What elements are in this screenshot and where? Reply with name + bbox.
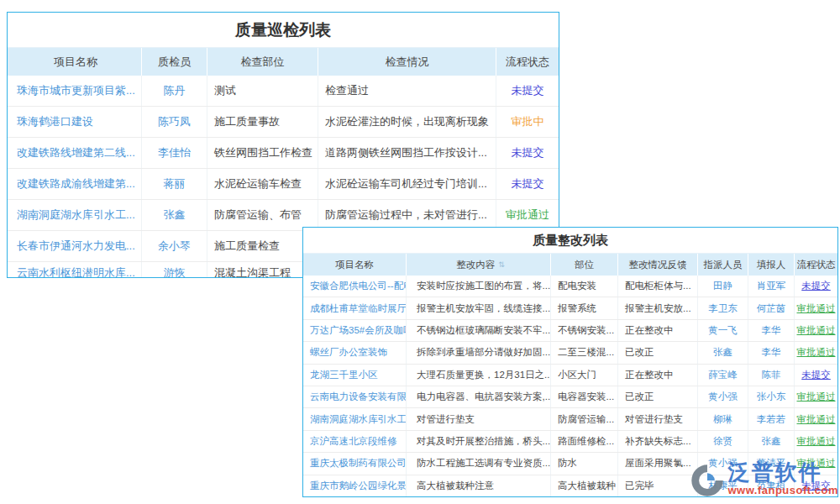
cell-reporter[interactable]: 范聿桓 <box>748 475 795 496</box>
cell-project[interactable]: 湖南洞庭湖水库引水工程施工标 <box>303 408 407 429</box>
cell-part: 路面维修检... <box>551 431 618 452</box>
cell-assignee[interactable]: 徐贤 <box>698 431 748 452</box>
table-row: 改建铁路成渝线增建第...蒋丽水泥砼运输车检查水泥砼运输车司机经过专门培训...… <box>8 168 559 199</box>
cell-project[interactable]: 万达广场35#会所及咖啡厅空... <box>303 320 407 341</box>
cell-reporter[interactable]: 何芷茵 <box>748 297 795 318</box>
cell-assignee[interactable]: 田静 <box>698 276 748 297</box>
cell-assignee[interactable]: 薛宝峰 <box>698 365 748 386</box>
cell-project[interactable]: 云南电力设备安装有限公司20... <box>303 386 407 407</box>
cell-inspector[interactable]: 陈巧凤 <box>142 107 207 137</box>
cell-status[interactable]: 审批通过 <box>795 320 837 341</box>
cell-project[interactable]: 改建铁路成渝线增建第... <box>8 169 142 199</box>
cell-project[interactable]: 珠海鹤港口建设 <box>8 107 142 137</box>
column-header-assignee: 指派人员 <box>698 254 748 276</box>
cell-project[interactable]: 螺丝厂办公室装饰 <box>303 342 407 363</box>
cell-status[interactable]: 审批通过 <box>795 431 837 452</box>
cell-reporter[interactable]: 董清平 <box>748 453 795 474</box>
cell-project[interactable]: 重庆市鹅岭公园绿化景观提升... <box>303 475 407 496</box>
cell-inspector[interactable]: 蒋丽 <box>142 169 207 199</box>
cell-status[interactable]: 未提交 <box>496 76 559 106</box>
cell-part: 测试 <box>207 76 318 106</box>
column-header-project: 项目名称 <box>303 254 407 276</box>
cell-reporter[interactable]: 张小东 <box>748 386 795 407</box>
cell-assignee[interactable]: 李卫东 <box>698 297 748 318</box>
sort-icon[interactable]: ⇅ <box>498 260 504 269</box>
page: { "status_colors": { "未提交": "#4648d8", "… <box>0 0 840 504</box>
cell-feedback: 正在整改中 <box>618 365 698 386</box>
rectification-table-header: 项目名称整改内容⇅部位整改情况反馈指派人员填报人流程状态 <box>303 254 837 276</box>
cell-project[interactable]: 改建铁路线增建第二线... <box>8 138 142 168</box>
cell-assignee[interactable]: 张鑫 <box>698 342 748 363</box>
cell-part: 电容器安装... <box>551 386 618 407</box>
column-header-feedback: 整改情况反馈 <box>618 254 698 276</box>
cell-part: 施工质量事故 <box>207 107 318 137</box>
cell-content: 大理石质量更换，12月31日之... <box>407 365 551 386</box>
table-row: 珠海市城市更新项目紫...陈丹测试检查通过未提交 <box>8 76 559 106</box>
cell-feedback: 正在整改中 <box>618 320 698 341</box>
cell-reporter[interactable]: 李若若 <box>748 408 795 429</box>
cell-content: 防水工程施工选调有专业资质... <box>407 453 551 474</box>
table-row: 成都杜甫草堂临时展厅独立展...报警主机安放牢固，线缆连接...报警系统报警主机… <box>303 297 837 318</box>
cell-part: 铁丝网围挡工作检查 <box>207 138 318 168</box>
cell-assignee[interactable]: 黄一飞 <box>698 320 748 341</box>
column-header-project: 项目名称 <box>8 48 142 76</box>
cell-feedback: 屋面采用聚氯... <box>618 453 698 474</box>
cell-status[interactable]: 审批通过 <box>795 386 837 407</box>
cell-reporter[interactable]: 李华 <box>748 320 795 341</box>
cell-status[interactable]: 审批通过 <box>795 342 837 363</box>
cell-inspector[interactable]: 陈丹 <box>142 76 207 106</box>
cell-reporter[interactable]: 肖亚军 <box>748 276 795 297</box>
cell-status[interactable]: 未提交 <box>496 169 559 199</box>
cell-project[interactable]: 京沪高速北京段维修 <box>303 431 407 452</box>
cell-reporter[interactable]: 张鑫 <box>748 431 795 452</box>
cell-part: 二至三楼混... <box>551 342 618 363</box>
cell-inspector[interactable]: 余小琴 <box>142 231 207 261</box>
cell-project[interactable]: 重庆太极制药有限公司亳州中... <box>303 453 407 474</box>
cell-status[interactable]: 未提交 <box>795 475 837 496</box>
cell-assignee[interactable]: 柳琳 <box>698 408 748 429</box>
cell-project[interactable]: 成都杜甫草堂临时展厅独立展... <box>303 297 407 318</box>
column-header-inspector: 质检员 <box>142 48 207 76</box>
cell-inspector[interactable]: 游恢 <box>142 262 207 277</box>
cell-status[interactable]: 未提交 <box>795 276 837 297</box>
cell-inspector[interactable]: 李佳怡 <box>142 138 207 168</box>
cell-project[interactable]: 安徽合肥供电公司--配电设备... <box>303 276 407 297</box>
cell-reporter[interactable]: 李华 <box>748 342 795 363</box>
cell-status[interactable]: 审批通过 <box>795 408 837 429</box>
cell-part: 高大植被栽种 <box>551 475 618 496</box>
cell-assignee[interactable]: 黄小强 <box>698 386 748 407</box>
cell-status[interactable]: 审批通过 <box>496 200 559 230</box>
cell-feedback: 配电柜柜体与... <box>618 276 698 297</box>
cell-assignee[interactable]: 林康平 <box>698 475 748 496</box>
cell-project[interactable]: 湖南洞庭湖水库引水工... <box>8 200 142 230</box>
table-row: 珠海鹤港口建设陈巧凤施工质量事故水泥砼灌注的时候，出现离析现象审批中 <box>8 106 559 137</box>
cell-part: 防腐管运输... <box>551 408 618 429</box>
cell-inspector[interactable]: 张鑫 <box>142 200 207 230</box>
cell-part: 防水 <box>551 453 618 474</box>
column-header-content[interactable]: 整改内容⇅ <box>407 254 551 276</box>
table-row: 湖南洞庭湖水库引水工...张鑫防腐管运输、布管防腐管运输过程中，未对管进行...… <box>8 199 559 230</box>
cell-content: 对其及时开展整治措施，桥头... <box>407 431 551 452</box>
cell-situation: 水泥砼运输车司机经过专门培训... <box>318 169 496 199</box>
cell-part: 水泥砼运输车检查 <box>207 169 318 199</box>
cell-project[interactable]: 云南水利枢纽潜明水库... <box>8 262 142 277</box>
table-row: 螺丝厂办公室装饰拆除到承重墙部分请做好加固...二至三楼混...已改正张鑫李华审… <box>303 341 837 363</box>
cell-project[interactable]: 长春市伊通河水力发电... <box>8 231 142 261</box>
cell-status[interactable]: 未提交 <box>795 365 837 386</box>
table-row: 改建铁路线增建第二线...李佳怡铁丝网围挡工作检查道路两侧铁丝网围挡工作按设计.… <box>8 137 559 168</box>
table-row: 重庆市鹅岭公园绿化景观提升...高大植被栽种注意高大植被栽种已完毕林康平范聿桓未… <box>303 475 837 496</box>
cell-content: 对管进行垫支 <box>407 408 551 429</box>
cell-feedback: 报警主机安放... <box>618 297 698 318</box>
cell-status[interactable]: 审批中 <box>496 107 559 137</box>
cell-status[interactable]: 未提交 <box>496 138 559 168</box>
cell-status[interactable]: 审批通过 <box>795 297 837 318</box>
cell-part: 报警系统 <box>551 297 618 318</box>
cell-project[interactable]: 龙湖三千里小区 <box>303 365 407 386</box>
cell-situation: 水泥砼灌注的时候，出现离析现象 <box>318 107 496 137</box>
cell-status[interactable]: 审批通过 <box>795 453 837 474</box>
cell-assignee[interactable]: 黄小强 <box>698 453 748 474</box>
table-row: 云南电力设备安装有限公司20...电力电容器、电抗器安装方案,...电容器安装.… <box>303 386 837 407</box>
cell-project[interactable]: 珠海市城市更新项目紫... <box>8 76 142 106</box>
cell-reporter[interactable]: 陈菲 <box>748 365 795 386</box>
cell-content: 不锈钢边框玻璃隔断安装不牢... <box>407 320 551 341</box>
